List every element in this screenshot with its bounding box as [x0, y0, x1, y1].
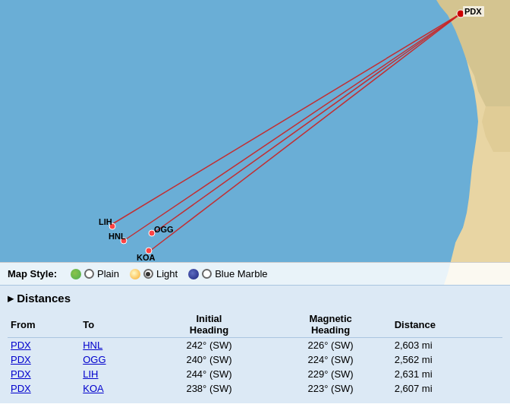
distances-table: From To InitialHeading MagneticHeading D… — [8, 311, 502, 396]
style-option-bluemarble[interactable]: Blue Marble — [188, 268, 267, 279]
cell-from-1[interactable]: PDX — [8, 352, 80, 367]
cell-to-0[interactable]: HNL — [80, 338, 148, 353]
distances-tbody: PDX HNL 242° (SW) 226° (SW) 2,603 mi PDX… — [8, 338, 502, 396]
cell-magnetic-3: 223° (SW) — [270, 381, 392, 396]
cell-to-1[interactable]: OGG — [80, 352, 148, 367]
globe-light-icon — [130, 269, 140, 279]
table-row: PDX KOA 238° (SW) 223° (SW) 2,607 mi — [8, 381, 502, 396]
cell-to-2[interactable]: LIH — [80, 367, 148, 381]
col-initial-heading: InitialHeading — [148, 311, 269, 338]
style-bluemarble-label: Blue Marble — [215, 268, 267, 279]
table-row: PDX HNL 242° (SW) 226° (SW) 2,603 mi — [8, 338, 502, 353]
radio-bluemarble[interactable] — [202, 269, 212, 279]
cell-from-0[interactable]: PDX — [8, 338, 80, 353]
cell-from-3[interactable]: PDX — [8, 381, 80, 396]
svg-rect-0 — [0, 0, 510, 285]
cell-distance-3: 2,607 mi — [392, 381, 502, 396]
cell-distance-0: 2,603 mi — [392, 338, 502, 353]
distances-title: ▸ Distances — [8, 292, 502, 305]
cell-magnetic-2: 229° (SW) — [270, 367, 392, 381]
radio-light[interactable] — [143, 269, 153, 279]
cell-distance-2: 2,631 mi — [392, 367, 502, 381]
col-from: From — [8, 311, 80, 338]
cell-magnetic-0: 226° (SW) — [270, 338, 392, 353]
radio-plain[interactable] — [84, 269, 94, 279]
cell-distance-1: 2,562 mi — [392, 352, 502, 367]
globe-bluemarble-icon — [188, 269, 199, 279]
map-svg: PDX LIH HNL OGG KOA — [0, 0, 510, 285]
col-distance: Distance — [392, 311, 502, 338]
distances-section: ▸ Distances From To InitialHeading Magne… — [0, 285, 510, 403]
table-row: PDX LIH 244° (SW) 229° (SW) 2,631 mi — [8, 367, 502, 381]
map-style-bar: Map Style: Plain Light Blue Marble — [0, 262, 510, 285]
map-style-label: Map Style: — [8, 268, 57, 279]
svg-text:OGG: OGG — [154, 225, 174, 234]
cell-initial-3: 238° (SW) — [148, 381, 269, 396]
svg-text:PDX: PDX — [464, 7, 482, 16]
cell-initial-0: 242° (SW) — [148, 338, 269, 353]
cell-from-2[interactable]: PDX — [8, 367, 80, 381]
svg-text:LIH: LIH — [99, 217, 112, 226]
table-row: PDX OGG 240° (SW) 224° (SW) 2,562 mi — [8, 352, 502, 367]
cell-initial-2: 244° (SW) — [148, 367, 269, 381]
svg-text:HNL: HNL — [109, 232, 126, 241]
cell-magnetic-1: 224° (SW) — [270, 352, 392, 367]
style-option-plain[interactable]: Plain — [71, 268, 119, 279]
cell-to-3[interactable]: KOA — [80, 381, 148, 396]
table-header-row: From To InitialHeading MagneticHeading D… — [8, 311, 502, 338]
col-magnetic-heading: MagneticHeading — [270, 311, 392, 338]
style-light-label: Light — [156, 268, 178, 279]
col-to: To — [80, 311, 148, 338]
globe-plain-icon — [71, 269, 81, 279]
bullet-icon: ▸ — [8, 292, 14, 305]
svg-text:KOA: KOA — [137, 253, 156, 262]
style-option-light[interactable]: Light — [130, 268, 178, 279]
map-container: PDX LIH HNL OGG KOA Map Style: Plain Lig… — [0, 0, 510, 285]
cell-initial-1: 240° (SW) — [148, 352, 269, 367]
style-plain-label: Plain — [97, 268, 119, 279]
